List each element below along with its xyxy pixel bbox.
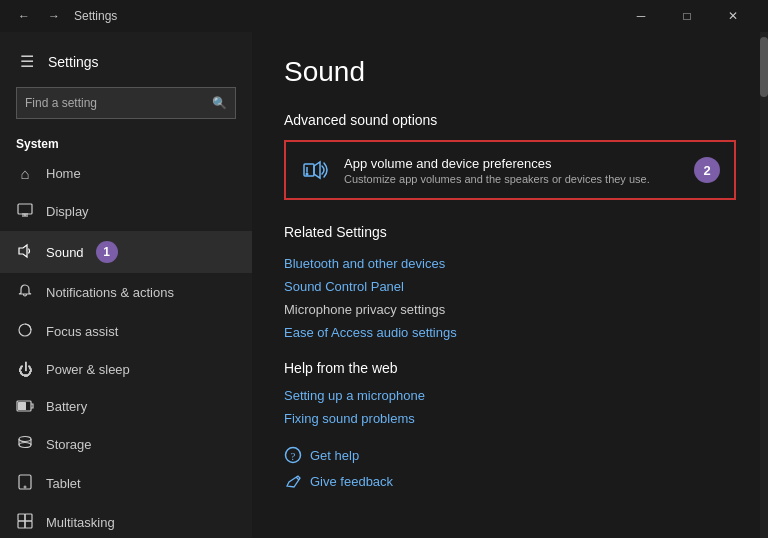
sidebar-item-notifications[interactable]: Notifications & actions	[0, 273, 252, 312]
focus-icon	[16, 322, 34, 341]
svg-point-26	[306, 173, 309, 176]
ease-access-link[interactable]: Ease of Access audio settings	[284, 325, 736, 340]
sidebar-item-power-label: Power & sleep	[46, 362, 130, 377]
sidebar-item-multitasking-label: Multitasking	[46, 515, 115, 530]
svg-rect-0	[18, 204, 32, 214]
feedback-icon	[284, 472, 302, 490]
sidebar-item-sound-label: Sound	[46, 245, 84, 260]
advanced-heading: Advanced sound options	[284, 112, 736, 128]
card-title: App volume and device preferences	[344, 156, 682, 171]
back-button[interactable]: ←	[12, 4, 36, 28]
scrollbar-thumb[interactable]	[760, 37, 768, 97]
sidebar-item-power[interactable]: ⏻ Power & sleep	[0, 351, 252, 388]
get-help-label: Get help	[310, 448, 359, 463]
hamburger-button[interactable]: ☰	[16, 48, 38, 75]
page-title: Sound	[284, 56, 736, 88]
feedback-label: Give feedback	[310, 474, 393, 489]
app-volume-card[interactable]: App volume and device preferences Custom…	[284, 140, 736, 200]
maximize-button[interactable]: □	[664, 0, 710, 32]
svg-point-13	[24, 486, 26, 488]
fix-sound-link[interactable]: Fixing sound problems	[284, 411, 736, 426]
sidebar-item-focus[interactable]: Focus assist	[0, 312, 252, 351]
sound-control-link[interactable]: Sound Control Panel	[284, 279, 736, 294]
app-volume-badge: 2	[694, 157, 720, 183]
titlebar: ← → Settings ─ □ ✕	[0, 0, 768, 32]
svg-marker-25	[314, 162, 320, 178]
svg-point-8	[19, 437, 31, 442]
titlebar-nav: ← →	[12, 4, 66, 28]
content-area: Sound Advanced sound options App volume …	[252, 32, 768, 538]
sidebar-item-tablet-label: Tablet	[46, 476, 81, 491]
svg-rect-7	[18, 402, 26, 410]
bluetooth-link[interactable]: Bluetooth and other devices	[284, 256, 736, 271]
feedback-row[interactable]: Give feedback	[284, 472, 736, 490]
svg-marker-4	[19, 245, 27, 257]
card-subtitle: Customize app volumes and the speakers o…	[344, 173, 682, 185]
card-text-group: App volume and device preferences Custom…	[344, 156, 682, 185]
svg-rect-12	[19, 475, 31, 489]
search-box[interactable]: 🔍	[16, 87, 236, 119]
sidebar-item-multitasking[interactable]: Multitasking	[0, 503, 252, 538]
svg-rect-24	[304, 164, 314, 176]
bottom-links: ? Get help Give feedback	[284, 446, 736, 490]
sidebar-item-notifications-label: Notifications & actions	[46, 285, 174, 300]
search-icon: 🔍	[212, 96, 227, 110]
help-heading: Help from the web	[284, 360, 736, 376]
titlebar-controls: ─ □ ✕	[618, 0, 756, 32]
sidebar-item-battery[interactable]: Battery	[0, 388, 252, 425]
sound-badge: 1	[96, 241, 118, 263]
sidebar-item-focus-label: Focus assist	[46, 324, 118, 339]
get-help-icon: ?	[284, 446, 302, 464]
close-button[interactable]: ✕	[710, 0, 756, 32]
main-layout: ☰ Settings 🔍 System ⌂ Home	[0, 32, 768, 538]
related-settings-heading: Related Settings	[284, 224, 736, 240]
display-icon	[16, 202, 34, 221]
titlebar-title: Settings	[74, 9, 117, 23]
app-volume-icon	[300, 154, 332, 186]
svg-text:?: ?	[291, 450, 296, 462]
sidebar-item-sound[interactable]: Sound 1	[0, 231, 252, 273]
sidebar-item-storage-label: Storage	[46, 437, 92, 452]
home-icon: ⌂	[16, 165, 34, 182]
battery-icon	[16, 398, 34, 415]
scrollbar-track[interactable]	[760, 32, 768, 538]
svg-rect-17	[25, 521, 32, 528]
storage-icon	[16, 435, 34, 454]
setup-mic-link[interactable]: Setting up a microphone	[284, 388, 736, 403]
tablet-icon	[16, 474, 34, 493]
sidebar-item-tablet[interactable]: Tablet	[0, 464, 252, 503]
sidebar-header: ☰ Settings 🔍	[0, 32, 252, 127]
get-help-row[interactable]: ? Get help	[284, 446, 736, 464]
sidebar-section-label: System	[0, 127, 252, 155]
minimize-button[interactable]: ─	[618, 0, 664, 32]
titlebar-left: ← → Settings	[12, 4, 117, 28]
svg-rect-15	[25, 514, 32, 521]
sound-icon	[16, 243, 34, 262]
sidebar-item-battery-label: Battery	[46, 399, 87, 414]
sidebar-item-display-label: Display	[46, 204, 89, 219]
svg-rect-16	[18, 521, 25, 528]
sidebar-app-title: Settings	[48, 54, 99, 70]
sidebar: ☰ Settings 🔍 System ⌂ Home	[0, 32, 252, 538]
svg-point-11	[19, 443, 31, 448]
sidebar-item-display[interactable]: Display	[0, 192, 252, 231]
search-input[interactable]	[25, 96, 206, 110]
sidebar-item-home-label: Home	[46, 166, 81, 181]
microphone-link[interactable]: Microphone privacy settings	[284, 302, 736, 317]
sidebar-item-storage[interactable]: Storage	[0, 425, 252, 464]
forward-button[interactable]: →	[42, 4, 66, 28]
sidebar-item-home[interactable]: ⌂ Home	[0, 155, 252, 192]
power-icon: ⏻	[16, 361, 34, 378]
svg-rect-14	[18, 514, 25, 521]
multitasking-icon	[16, 513, 34, 532]
notifications-icon	[16, 283, 34, 302]
sidebar-header-row: ☰ Settings	[16, 48, 236, 75]
